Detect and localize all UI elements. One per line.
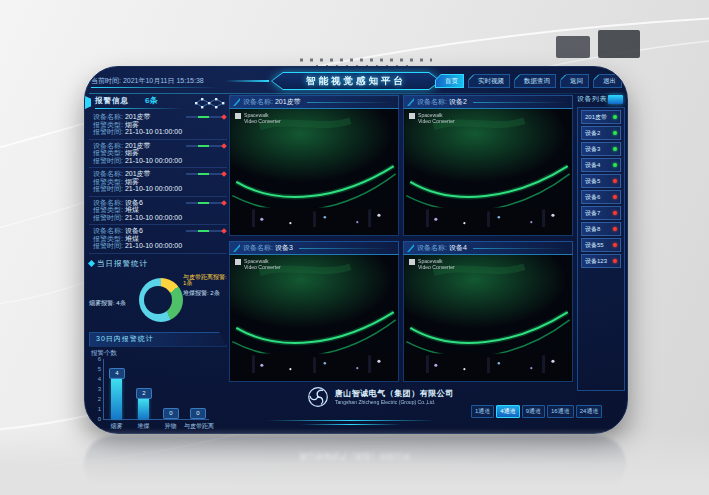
- video-channel-4[interactable]: 设备名称: 设备4: [403, 241, 573, 381]
- channel-title: 设备名称: 设备2: [403, 95, 573, 109]
- device-list-item[interactable]: 设备2: [581, 126, 621, 140]
- watermark-logo-icon: [235, 259, 241, 265]
- channel-name-value: 设备2: [449, 97, 467, 107]
- bar-value-chip: 2: [136, 388, 152, 399]
- alarm-count-badge: 6条: [145, 95, 157, 106]
- monthly-bar-chart: 报警个数 01234564烟雾2堆煤0异物0与皮带距离: [89, 349, 227, 435]
- video-channel-2[interactable]: 设备名称: 设备2: [403, 95, 573, 235]
- channel-name-label: 设备名称:: [243, 243, 273, 253]
- device-list-item[interactable]: 设备55: [581, 238, 621, 252]
- device-name: 设备5: [585, 177, 600, 186]
- alarm-level-slider[interactable]: [186, 116, 224, 118]
- alarm-device-name: 201皮带: [125, 113, 151, 120]
- alarm-time-value: 21-10-10 00:00:00: [125, 214, 182, 221]
- device-list-header: 设备列表: [577, 94, 623, 104]
- device-list-tab[interactable]: [608, 95, 623, 104]
- x-axis: [103, 419, 209, 420]
- video-grid: 设备名称: 201皮带: [229, 95, 573, 383]
- donut-legend-right: 与皮带距离报警: 1条 堆煤报警: 2条: [183, 274, 227, 298]
- video-content: [404, 109, 572, 233]
- bar-value-chip: 0: [163, 408, 179, 419]
- alarm-entry[interactable]: 设备名称: 201皮带报警类型: 烟雾报警时间: 21-10-10 00:00:…: [89, 140, 227, 169]
- device-list-item[interactable]: 设备3: [581, 142, 621, 156]
- device-list-item[interactable]: 设备123: [581, 254, 621, 268]
- nav-button-5[interactable]: 退出: [593, 74, 622, 88]
- watermark-line1: Spacewalk: [418, 113, 443, 118]
- device-list-item[interactable]: 设备4: [581, 158, 621, 172]
- nav-button-3[interactable]: 数据查询: [514, 74, 556, 88]
- device-name: 设备123: [585, 257, 607, 266]
- nav-button-1[interactable]: 首页: [435, 74, 464, 88]
- donut-legend-left: 烟雾报警: 4条: [89, 299, 126, 308]
- device-list-item[interactable]: 设备6: [581, 190, 621, 204]
- alarm-type-label: 报警类型:: [93, 235, 123, 242]
- watermark-logo-icon: [409, 259, 415, 265]
- channel-name-label: 设备名称:: [417, 243, 447, 253]
- video-feed[interactable]: Spacewalk Video Converter: [403, 255, 573, 382]
- today-stats-title: 当日报警统计: [89, 259, 227, 269]
- y-tick: 0: [91, 416, 101, 422]
- alarm-level-slider[interactable]: [186, 230, 224, 232]
- alarm-level-slider[interactable]: [186, 173, 224, 175]
- marketing-stage: 当前时间: 2021年10月11日 15:15:38 智能视觉感知平台 首页实时…: [0, 0, 709, 495]
- alarm-name-label: 设备名称:: [93, 227, 123, 234]
- alarm-name-label: 设备名称:: [93, 199, 123, 206]
- video-content: [230, 109, 398, 233]
- video-watermark: Spacewalk Video Converter: [409, 259, 461, 272]
- video-feed[interactable]: Spacewalk Video Converter: [403, 109, 573, 236]
- y-tick: 1: [91, 406, 101, 412]
- video-feed[interactable]: Spacewalk Video Converter: [229, 255, 399, 382]
- video-watermark: Spacewalk Video Converter: [235, 113, 287, 126]
- channel-name-value: 设备3: [275, 243, 293, 253]
- status-dot: [613, 227, 617, 231]
- alarm-entry[interactable]: 设备名称: 201皮带报警类型: 烟雾报警时间: 21-10-10 01:00:…: [89, 111, 227, 140]
- alarm-level-slider[interactable]: [186, 202, 224, 204]
- device-list-item[interactable]: 设备7: [581, 206, 621, 220]
- video-watermark: Spacewalk Video Converter: [409, 113, 461, 126]
- view-button-5[interactable]: 24通道: [576, 405, 603, 418]
- device-name: 设备4: [585, 161, 600, 170]
- view-button-3[interactable]: 9通道: [522, 405, 545, 418]
- channel-title: 设备名称: 设备4: [403, 241, 573, 255]
- footer-deco-line: [301, 424, 401, 425]
- y-tick: 4: [91, 376, 101, 382]
- device-list-item[interactable]: 201皮带: [581, 110, 621, 124]
- page-title-text: 智能视觉感知平台: [306, 75, 406, 88]
- device-list-item[interactable]: 设备5: [581, 174, 621, 188]
- watermark-line2: Video Converter: [418, 119, 455, 124]
- monthly-stats-title: 30日内报警统计: [89, 332, 227, 347]
- video-feed[interactable]: Spacewalk Video Converter: [229, 109, 399, 236]
- watermark-line1: Spacewalk: [244, 113, 269, 118]
- channel-view-switcher: 1通道4通道9通道16通道24通道: [471, 405, 602, 418]
- channel-name-value: 201皮带: [275, 97, 301, 107]
- time-underline: [91, 87, 219, 88]
- view-button-2[interactable]: 4通道: [496, 405, 519, 418]
- alarm-device-name: 201皮带: [125, 142, 151, 149]
- alarm-device-name: 201皮带: [125, 170, 151, 177]
- donut-hole: [144, 286, 172, 314]
- video-channel-3[interactable]: 设备名称: 设备3: [229, 241, 399, 381]
- alarm-level-slider[interactable]: [186, 145, 224, 147]
- nav-button-2[interactable]: 实时视频: [468, 74, 510, 88]
- alarm-type-label: 报警类型:: [93, 121, 123, 128]
- alarm-entry[interactable]: 设备名称: 设备6报警类型: 堆煤报警时间: 21-10-10 00:00:00: [89, 197, 227, 226]
- view-button-4[interactable]: 16通道: [547, 405, 574, 418]
- company-name-en: Tangshan Zhicheng Electric (Group) Co.,L…: [335, 399, 435, 404]
- y-tick: 2: [91, 396, 101, 402]
- view-button-1[interactable]: 1通道: [471, 405, 494, 418]
- video-content: [230, 255, 398, 379]
- header-accent-wedge: [85, 96, 91, 109]
- nav-button-4[interactable]: 返回: [560, 74, 589, 88]
- alarm-time-label: 报警时间:: [93, 214, 123, 221]
- alarm-entry[interactable]: 设备名称: 设备6报警类型: 堆煤报警时间: 21-10-10 00:00:00: [89, 225, 227, 254]
- alarm-device-name: 设备6: [125, 199, 143, 206]
- alarm-type-label: 报警类型:: [93, 206, 123, 213]
- y-tick: 3: [91, 386, 101, 392]
- device-name: 设备7: [585, 209, 600, 218]
- alarm-device-name: 设备6: [125, 227, 143, 234]
- device-name: 设备8: [585, 225, 600, 234]
- video-channel-1[interactable]: 设备名称: 201皮带: [229, 95, 399, 235]
- alarm-title-underline: [95, 108, 183, 109]
- device-list-item[interactable]: 设备8: [581, 222, 621, 236]
- alarm-entry[interactable]: 设备名称: 201皮带报警类型: 烟雾报警时间: 21-10-10 00:00:…: [89, 168, 227, 197]
